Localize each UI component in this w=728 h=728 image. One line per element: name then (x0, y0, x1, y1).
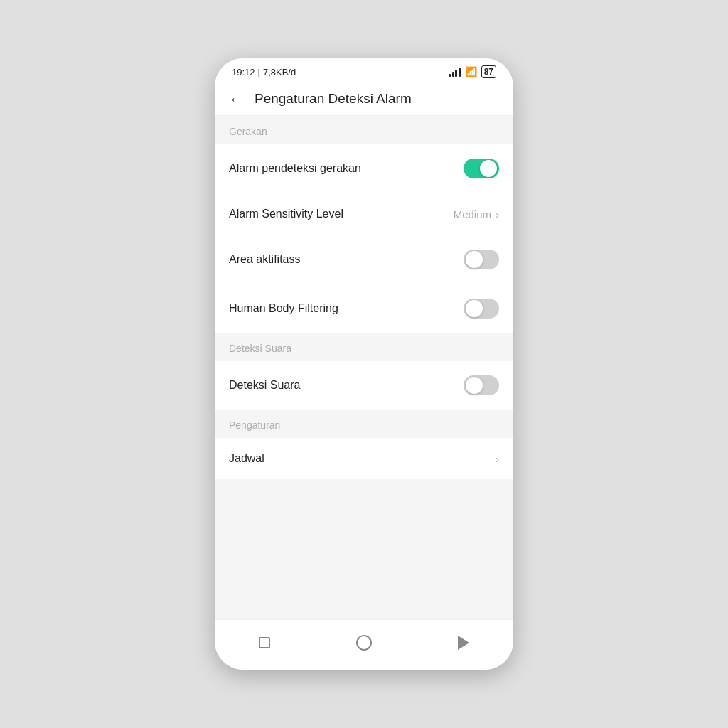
page-header: ← Pengaturan Deteksi Alarm (215, 82, 513, 116)
wifi-icon: 📶 (465, 66, 477, 77)
status-bar-left: 19:12 | 7,8KB/d (232, 67, 296, 77)
back-triangle-icon (458, 636, 469, 650)
network-speed: | (258, 67, 260, 77)
page-title: Pengaturan Deteksi Alarm (255, 91, 412, 107)
list-item: Deteksi Suara (215, 361, 513, 410)
signal-icon (449, 67, 461, 77)
section-header-pengaturan: Pengaturan (215, 410, 513, 438)
network-speed-value: 7,8KB/d (263, 67, 296, 77)
content-area: Gerakan Alarm pendeteksi gerakan Alarm S… (215, 116, 513, 619)
settings-group-gerakan: Alarm pendeteksi gerakan Alarm Sensitivi… (215, 144, 513, 333)
nav-square-button[interactable] (252, 630, 277, 655)
toggle-knob (480, 160, 497, 177)
toggle-alarm-pendeteksi[interactable] (464, 159, 499, 178)
chevron-right-icon: › (496, 208, 499, 220)
circle-icon (356, 635, 372, 651)
back-button[interactable]: ← (229, 92, 243, 106)
status-bar-right: 📶 87 (449, 65, 496, 78)
toggle-human-body-filtering[interactable] (464, 299, 499, 318)
settings-group-pengaturan: Jadwal › (215, 438, 513, 479)
list-item: Alarm pendeteksi gerakan (215, 144, 513, 193)
item-label-sensitivity: Alarm Sensitivity Level (229, 208, 343, 220)
section-header-gerakan: Gerakan (215, 116, 513, 144)
time-display: 19:12 (232, 67, 255, 77)
toggle-knob (466, 251, 483, 268)
section-header-deteksi-suara: Deteksi Suara (215, 333, 513, 361)
item-label-alarm-pendeteksi: Alarm pendeteksi gerakan (229, 162, 361, 175)
nav-back-button[interactable] (451, 630, 476, 655)
settings-group-deteksi-suara: Deteksi Suara (215, 361, 513, 410)
list-item[interactable]: Jadwal › (215, 438, 513, 479)
toggle-area-aktifitass[interactable] (464, 250, 499, 269)
sensitivity-value: Medium (454, 208, 491, 220)
square-icon (259, 637, 270, 648)
item-label-human-body: Human Body Filtering (229, 302, 338, 315)
item-right-jadwal: › (496, 453, 499, 465)
item-label-jadwal: Jadwal (229, 452, 264, 465)
battery-icon: 87 (481, 65, 496, 78)
toggle-deteksi-suara[interactable] (464, 375, 499, 395)
nav-home-button[interactable] (351, 630, 377, 655)
phone-frame: 19:12 | 7,8KB/d 📶 87 ← Pengaturan Deteks… (215, 58, 513, 670)
nav-bar (215, 619, 513, 670)
item-right-sensitivity: Medium › (454, 208, 499, 220)
toggle-knob (466, 300, 483, 317)
toggle-knob (466, 377, 483, 394)
list-item: Human Body Filtering (215, 284, 513, 333)
status-bar: 19:12 | 7,8KB/d 📶 87 (215, 58, 513, 82)
list-item[interactable]: Alarm Sensitivity Level Medium › (215, 193, 513, 235)
list-item: Area aktifitass (215, 235, 513, 284)
item-label-area: Area aktifitass (229, 253, 300, 266)
chevron-right-icon: › (496, 453, 499, 465)
item-label-deteksi-suara: Deteksi Suara (229, 379, 301, 392)
bottom-empty-area (215, 479, 513, 607)
